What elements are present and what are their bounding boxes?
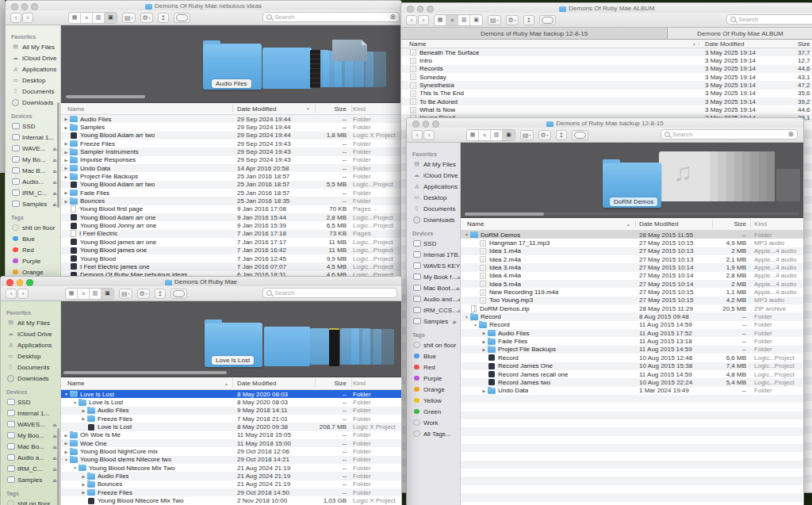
disclosure-triangle-icon[interactable]: [63, 433, 70, 438]
column-header-size[interactable]: Size: [313, 105, 347, 113]
column-header-date[interactable]: Date Modified: [695, 40, 798, 48]
table-row[interactable]: Freeze Files 7 May 2018 21:01 -- Folder: [61, 415, 401, 423]
share-button[interactable]: ↥: [556, 130, 567, 140]
table-row[interactable]: Fade Files 11 Aug 2015 13:18 -- Folder: [461, 337, 803, 345]
sidebar-item[interactable]: All My Files: [407, 159, 460, 170]
table-row[interactable]: Audio Files 21 Aug 2024 21:19 -- Folder: [61, 472, 401, 480]
forward-button[interactable]: ›: [22, 13, 33, 23]
disclosure-triangle-icon[interactable]: [71, 400, 79, 405]
column-header-size[interactable]: Size: [798, 40, 812, 48]
disclosure-triangle-icon[interactable]: [80, 482, 87, 487]
sidebar-item[interactable]: iCloud Drive: [6, 52, 60, 63]
traffic-lights[interactable]: [6, 279, 33, 286]
disclosure-triangle-icon[interactable]: [80, 416, 87, 421]
table-row[interactable]: Hangman 17_11.mp3 27 May 2015 10:15 4,9 …: [461, 239, 803, 247]
traffic-lights[interactable]: [11, 3, 38, 10]
action-gear-button[interactable]: ⚙▾: [137, 289, 150, 299]
sidebar-item[interactable]: Green: [407, 406, 460, 417]
table-row[interactable]: Idea 5.m4a 27 May 2015 10:14 2 MB Apple.…: [461, 280, 803, 288]
disclosure-triangle-icon[interactable]: [472, 323, 479, 327]
table-row[interactable]: Audio Files 9 May 2018 14:11 -- Folder: [61, 407, 401, 415]
sidebar-item[interactable]: My Boo...: [1, 430, 60, 441]
sidebar-item[interactable]: Internal 1...: [6, 132, 60, 143]
view-mode-button[interactable]: ▦: [467, 130, 479, 140]
table-row[interactable]: Freeze Files 29 Sep 2024 19:43 -- Folder: [61, 140, 401, 147]
coverflow-scrollbar[interactable]: [63, 371, 227, 374]
table-row[interactable]: Fade Files 25 Jan 2016 18:57 -- Folder: [61, 189, 401, 197]
view-mode-button[interactable]: ≡: [479, 130, 491, 140]
table-row[interactable]: Young Blood Adam arr one 9 Jan 2016 15:4…: [61, 213, 401, 221]
sidebar-item[interactable]: Tags: [1, 489, 60, 498]
column-header-size[interactable]: Size: [313, 380, 347, 387]
sidebar-item[interactable]: Red: [407, 362, 460, 373]
sidebar-item[interactable]: Mac Boot...: [407, 282, 460, 293]
table-row[interactable]: Project File Backups 11 Aug 2015 14:59 -…: [461, 346, 803, 354]
disclosure-triangle-icon[interactable]: [63, 166, 70, 170]
traffic-lights[interactable]: [407, 6, 434, 13]
share-button[interactable]: ↥: [155, 289, 166, 299]
table-row[interactable]: Idea 4.m4a 27 May 2015 10:14 2,8 MB Appl…: [461, 272, 803, 280]
titlebar[interactable]: Demons of Ruby Mae backup 12-8-15: [407, 118, 803, 128]
view-mode-button[interactable]: ▣: [503, 130, 515, 140]
table-row[interactable]: I Feel Electric 7 Jan 2016 17:18 73 KB P…: [61, 230, 401, 238]
table-row[interactable]: Young Blood first page 9 Jan 2016 17:08 …: [61, 205, 401, 213]
tag-button[interactable]: [174, 13, 190, 23]
sidebar-item[interactable]: Applications: [6, 63, 60, 75]
sidebar-item[interactable]: Favorites: [6, 33, 60, 41]
column-header-name[interactable]: Name: [61, 105, 231, 113]
column-header-kind[interactable]: Kind: [347, 380, 401, 387]
view-mode-button[interactable]: ▣: [470, 15, 482, 25]
sidebar-scrollbar[interactable]: [57, 102, 59, 208]
table-row[interactable]: Freeze Files 29 Oct 2018 14:50 -- Folder: [61, 488, 401, 496]
table-row[interactable]: Love Is Lost 8 May 2020 08:03 -- Folder: [61, 398, 401, 406]
clear-search-icon[interactable]: ⊗: [389, 13, 396, 21]
sidebar-item[interactable]: SSD: [407, 238, 460, 249]
table-row[interactable]: Undo Data 14 Apr 2016 20:58 -- Folder: [61, 164, 401, 172]
sidebar-item[interactable]: Red: [6, 244, 60, 255]
sidebar-item[interactable]: Documents: [1, 362, 60, 373]
view-mode-button[interactable]: ≡: [446, 15, 458, 25]
table-row[interactable]: Intro 3 May 2025 19:14 12,7 MB: [401, 56, 812, 64]
coverflow-view[interactable]: ♫ DoRM Demos: [461, 143, 803, 218]
sidebar-item[interactable]: Purple: [407, 373, 460, 384]
sidebar-item[interactable]: My Bo...: [6, 154, 60, 165]
column-header-date[interactable]: Date Modified: [231, 105, 313, 113]
titlebar[interactable]: Demons Of Ruby Mae nebulous ideas: [6, 1, 401, 10]
sidebar-item[interactable]: My Book f...: [407, 271, 460, 282]
disclosure-triangle-icon[interactable]: [63, 450, 70, 454]
sidebar-item[interactable]: WAVES KEY: [407, 260, 460, 271]
table-row[interactable]: Record 8 Aug 2015 09:48 -- Folder: [461, 312, 803, 320]
column-header-name[interactable]: Name: [401, 40, 695, 48]
table-row[interactable]: Bounces 21 Aug 2024 21:19 -- Folder: [61, 480, 401, 488]
sidebar-scrollbar[interactable]: [57, 428, 59, 505]
table-row[interactable]: Idea 2.m4a 27 May 2015 10:13 2,1 MB Appl…: [461, 255, 803, 263]
sidebar-item[interactable]: IRM_CCS...: [407, 304, 460, 316]
disclosure-triangle-icon[interactable]: [63, 199, 70, 204]
table-row[interactable]: Young Blood Jonny arr one 9 Jan 2016 15:…: [61, 221, 401, 229]
disclosure-triangle-icon[interactable]: [63, 441, 70, 446]
sidebar-item[interactable]: Tags: [407, 331, 460, 339]
sidebar-item[interactable]: Blue: [6, 233, 60, 244]
table-row[interactable]: Idea 3.m4a 27 May 2015 10:14 1,9 MB Appl…: [461, 263, 803, 271]
column-header-date[interactable]: Date Modified: [231, 380, 313, 387]
table-row[interactable]: Records 3 May 2025 19:14 44,6 MB: [401, 65, 812, 73]
table-row[interactable]: Someday 3 May 2025 19:14 43,1 MB: [401, 73, 812, 81]
table-row[interactable]: Impulse Responses 29 Sep 2024 19:43 -- F…: [61, 156, 401, 164]
sidebar-item[interactable]: Documents: [6, 86, 60, 97]
table-row[interactable]: Record James recall one 11 Aug 2015 14:5…: [461, 370, 803, 378]
back-button[interactable]: ‹: [10, 13, 21, 23]
back-button[interactable]: ‹: [6, 289, 17, 299]
disclosure-triangle-icon[interactable]: [481, 347, 488, 352]
sidebar-item[interactable]: Purple: [6, 255, 60, 266]
sidebar-item[interactable]: WAVES...: [1, 419, 60, 430]
clear-search-icon[interactable]: ⊗: [787, 131, 794, 138]
finder-tab[interactable]: Demons of Ruby Mae backup 12-8-15: [401, 28, 668, 39]
sidebar-item[interactable]: Downloads: [407, 214, 460, 225]
sidebar-item[interactable]: Work: [407, 417, 460, 428]
sidebar-item[interactable]: All My Files: [1, 317, 60, 328]
disclosure-triangle-icon[interactable]: [63, 141, 70, 146]
sidebar-item[interactable]: Samples: [407, 316, 460, 327]
table-row[interactable]: Audio Files 29 Sep 2024 19:44 -- Folder: [61, 115, 401, 123]
sidebar-item[interactable]: IRM_C...: [1, 463, 60, 474]
sidebar-item[interactable]: Desktop: [407, 192, 460, 203]
